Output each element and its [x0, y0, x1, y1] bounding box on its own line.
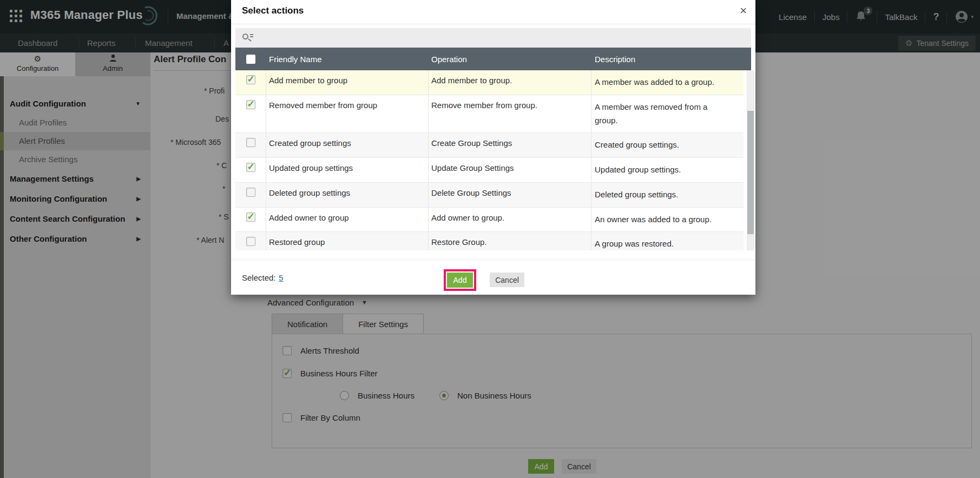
- cell-description: Deleted group settings.: [591, 183, 744, 207]
- scrollbar-thumb[interactable]: [747, 111, 754, 234]
- column-friendly-name[interactable]: Friendly Name: [266, 55, 429, 64]
- table-scrollbar[interactable]: [747, 70, 754, 250]
- dialog-footer: Selected: 5 Add Cancel: [231, 260, 755, 295]
- row-checkbox[interactable]: [246, 100, 255, 109]
- table-row[interactable]: Updated group settingsUpdate Group Setti…: [235, 158, 744, 183]
- cell-operation: Restore Group.: [429, 232, 591, 250]
- dialog-title: Select actions: [242, 5, 304, 16]
- cell-description: Created group settings.: [591, 133, 744, 157]
- dialog-cancel-button[interactable]: Cancel: [490, 273, 524, 287]
- table-header: Friendly Name Operation Description: [235, 48, 751, 70]
- dialog-add-button[interactable]: Add: [447, 273, 473, 288]
- cell-description: A member was added to a group.: [591, 70, 744, 95]
- cell-operation: Update Group Settings: [429, 158, 591, 182]
- table-row[interactable]: Created group settingsCreate Group Setti…: [235, 133, 744, 158]
- column-description[interactable]: Description: [591, 55, 751, 64]
- cell-operation: Delete Group Settings: [429, 183, 591, 207]
- cell-friendly-name: Restored group: [266, 232, 429, 250]
- table-row[interactable]: Removed member from groupRemove member f…: [235, 95, 744, 134]
- row-checkbox[interactable]: [246, 237, 255, 246]
- cell-friendly-name: Removed member from group: [266, 95, 429, 133]
- annotation-highlight-box: Add: [444, 269, 476, 291]
- selected-count-link[interactable]: 5: [279, 273, 283, 282]
- cell-friendly-name: Deleted group settings: [266, 183, 429, 207]
- cell-operation: Add member to group.: [429, 70, 591, 95]
- cell-description: A group was restored.: [591, 232, 744, 250]
- search-icon[interactable]: [242, 32, 253, 43]
- table-row[interactable]: Added owner to groupAdd owner to group.A…: [235, 208, 744, 233]
- search-input[interactable]: [253, 28, 751, 48]
- close-icon[interactable]: ×: [740, 3, 747, 18]
- table-row[interactable]: Restored groupRestore Group.A group was …: [235, 232, 744, 250]
- table-row[interactable]: Add member to groupAdd member to group.A…: [235, 70, 744, 95]
- column-operation[interactable]: Operation: [429, 55, 591, 64]
- select-all-checkbox[interactable]: [246, 55, 255, 64]
- cell-friendly-name: Updated group settings: [266, 158, 429, 182]
- cell-friendly-name: Added owner to group: [266, 208, 429, 232]
- table-row[interactable]: Deleted group settingsDelete Group Setti…: [235, 183, 744, 208]
- row-checkbox[interactable]: [246, 75, 255, 84]
- row-checkbox[interactable]: [246, 138, 255, 147]
- selected-label: Selected:: [242, 273, 276, 282]
- select-actions-dialog: Select actions × Friendly Name Operation…: [231, 0, 755, 295]
- search-bar: [235, 28, 751, 48]
- cell-operation: Add owner to group.: [429, 208, 591, 232]
- divider: [231, 24, 755, 24]
- cell-description: Updated group settings.: [591, 158, 744, 182]
- row-checkbox[interactable]: [246, 188, 255, 197]
- cell-friendly-name: Created group settings: [266, 133, 429, 157]
- cell-operation: Remove member from group.: [429, 95, 591, 133]
- cell-operation: Create Group Settings: [429, 133, 591, 157]
- cell-friendly-name: Add member to group: [266, 70, 429, 95]
- actions-table-body: Add member to groupAdd member to group.A…: [235, 70, 744, 250]
- cell-description: An owner was added to a group.: [591, 208, 744, 232]
- row-checkbox[interactable]: [246, 213, 255, 222]
- row-checkbox[interactable]: [246, 163, 255, 172]
- cell-description: A member was removed from a group.: [591, 95, 744, 133]
